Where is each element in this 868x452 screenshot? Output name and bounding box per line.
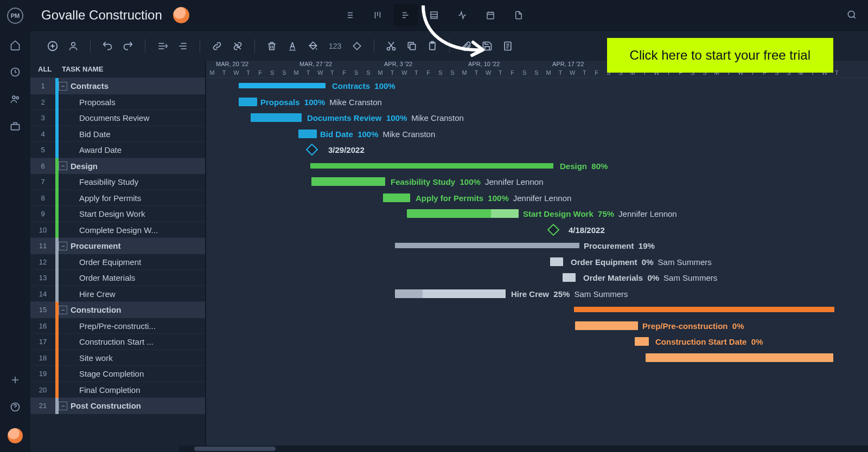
- header-task-name[interactable]: TASK NAME: [62, 65, 103, 73]
- milestone-icon[interactable]: [306, 144, 318, 156]
- gantt-bar[interactable]: [310, 163, 553, 169]
- collapse-icon[interactable]: −: [59, 82, 67, 91]
- fill-icon[interactable]: [304, 37, 322, 55]
- gantt-row[interactable]: Design 80%: [206, 158, 868, 175]
- collapse-icon[interactable]: −: [59, 306, 67, 314]
- gantt-bar[interactable]: [383, 193, 410, 202]
- files-view-icon[interactable]: [507, 4, 531, 26]
- gantt-row[interactable]: Order Materials 0%Sam Summers: [206, 270, 868, 286]
- unlink-icon[interactable]: [228, 37, 247, 55]
- task-row[interactable]: 8Apply for Permits: [30, 190, 205, 206]
- link-icon[interactable]: [208, 37, 226, 55]
- gantt-row[interactable]: [206, 382, 868, 398]
- collapse-icon[interactable]: −: [59, 402, 67, 410]
- text-style-icon[interactable]: [283, 37, 302, 55]
- note-icon[interactable]: [499, 37, 517, 55]
- team-icon[interactable]: [9, 93, 21, 105]
- user-avatar[interactable]: [8, 428, 23, 443]
- collapse-icon[interactable]: −: [59, 162, 67, 170]
- task-row[interactable]: 20Final Completion: [30, 382, 205, 398]
- task-row[interactable]: 21−Post Construction: [30, 398, 205, 414]
- home-icon[interactable]: [9, 39, 21, 51]
- task-row[interactable]: 1−Contracts: [30, 78, 205, 94]
- recent-icon[interactable]: [9, 66, 21, 78]
- gantt-view-icon[interactable]: [394, 4, 418, 26]
- gantt-bar[interactable]: [635, 337, 649, 346]
- outdent-icon[interactable]: [153, 37, 171, 55]
- project-avatar[interactable]: [173, 7, 189, 23]
- search-icon[interactable]: [846, 9, 857, 22]
- gantt-bar[interactable]: [563, 273, 576, 282]
- delete-icon[interactable]: [263, 37, 281, 55]
- briefcase-icon[interactable]: [9, 120, 21, 132]
- attach-icon[interactable]: [457, 37, 476, 55]
- gantt-bar[interactable]: [646, 353, 833, 362]
- task-row[interactable]: 11−Procurement: [30, 238, 205, 254]
- gantt-bar[interactable]: [239, 98, 257, 106]
- header-all[interactable]: ALL: [38, 65, 62, 73]
- milestone-icon[interactable]: [348, 37, 366, 55]
- paste-icon[interactable]: [423, 37, 442, 55]
- gantt-row[interactable]: Proposals 100%Mike Cranston: [206, 94, 868, 111]
- gantt-bar[interactable]: [395, 289, 506, 298]
- task-row[interactable]: 3Documents Review: [30, 110, 205, 126]
- task-row[interactable]: 9Start Design Work: [30, 206, 205, 222]
- task-row[interactable]: 19Stage Completion: [30, 366, 205, 382]
- gantt-row[interactable]: Construction Start Date 0%: [206, 334, 868, 350]
- gantt-row[interactable]: Apply for Permits 100%Jennifer Lennon: [206, 190, 868, 206]
- indent-icon[interactable]: [174, 37, 192, 55]
- sheet-view-icon[interactable]: [422, 4, 446, 26]
- gantt-bar[interactable]: [407, 209, 519, 218]
- task-row[interactable]: 16Prep/Pre-constructi...: [30, 318, 205, 334]
- task-row[interactable]: 5Award Date: [30, 142, 205, 158]
- gantt-row[interactable]: Hire Crew 25%Sam Summers: [206, 286, 868, 302]
- add-icon[interactable]: [9, 374, 21, 386]
- list-view-icon[interactable]: [337, 4, 361, 26]
- gantt-bar[interactable]: [298, 130, 317, 138]
- task-row[interactable]: 4Bid Date: [30, 126, 205, 143]
- gantt-row[interactable]: Contracts 100%: [206, 78, 868, 94]
- scrollbar-thumb[interactable]: [194, 447, 276, 451]
- task-row[interactable]: 12Order Equipment: [30, 254, 205, 270]
- collapse-icon[interactable]: −: [59, 242, 67, 250]
- activity-view-icon[interactable]: [450, 4, 474, 26]
- gantt-row[interactable]: Procurement 19%: [206, 238, 868, 254]
- gantt-row[interactable]: [206, 350, 868, 366]
- calendar-view-icon[interactable]: [478, 4, 502, 26]
- gantt-bar[interactable]: [311, 177, 385, 186]
- task-row[interactable]: 6−Design: [30, 158, 205, 175]
- task-row[interactable]: 15−Construction: [30, 302, 205, 318]
- gantt-bar[interactable]: [395, 243, 579, 248]
- task-row[interactable]: 17Construction Start ...: [30, 334, 205, 350]
- gantt-row[interactable]: Start Design Work 75%Jennifer Lennon: [206, 206, 868, 222]
- gantt-row[interactable]: [206, 302, 868, 318]
- gantt-chart[interactable]: MAR, 20 '22MAR, 27 '22APR, 3 '22APR, 10 …: [206, 61, 868, 452]
- copy-icon[interactable]: [403, 37, 421, 55]
- task-row[interactable]: 18Site work: [30, 350, 205, 366]
- undo-icon[interactable]: [98, 37, 117, 55]
- add-task-icon[interactable]: [43, 37, 62, 55]
- help-icon[interactable]: [9, 401, 21, 413]
- gantt-bar[interactable]: [574, 307, 834, 312]
- cta-banner[interactable]: Click here to start your free trial: [607, 38, 833, 73]
- gantt-bar[interactable]: [239, 83, 326, 88]
- milestone-icon[interactable]: [547, 223, 560, 236]
- pm-logo[interactable]: PM: [7, 8, 23, 24]
- gantt-row[interactable]: Documents Review 100%Mike Cranston: [206, 110, 868, 126]
- gantt-row[interactable]: 4/18/2022: [206, 222, 868, 238]
- percent-label[interactable]: 123: [324, 37, 346, 55]
- gantt-row[interactable]: 3/29/2022: [206, 142, 868, 158]
- task-row[interactable]: 7Feasibility Study: [30, 174, 205, 190]
- gantt-row[interactable]: Order Equipment 0%Sam Summers: [206, 254, 868, 270]
- task-row[interactable]: 10Complete Design W...: [30, 222, 205, 238]
- gantt-bar[interactable]: [575, 321, 638, 330]
- task-row[interactable]: 2Proposals: [30, 94, 205, 111]
- gantt-row[interactable]: Feasibility Study 100%Jennifer Lennon: [206, 174, 868, 190]
- gantt-row[interactable]: [206, 366, 868, 382]
- gantt-row[interactable]: Bid Date 100%Mike Cranston: [206, 126, 868, 143]
- task-row[interactable]: 14Hire Crew: [30, 286, 205, 302]
- board-view-icon[interactable]: [366, 4, 390, 26]
- horizontal-scrollbar[interactable]: [179, 445, 868, 452]
- gantt-bar[interactable]: [550, 257, 563, 266]
- redo-icon[interactable]: [119, 37, 137, 55]
